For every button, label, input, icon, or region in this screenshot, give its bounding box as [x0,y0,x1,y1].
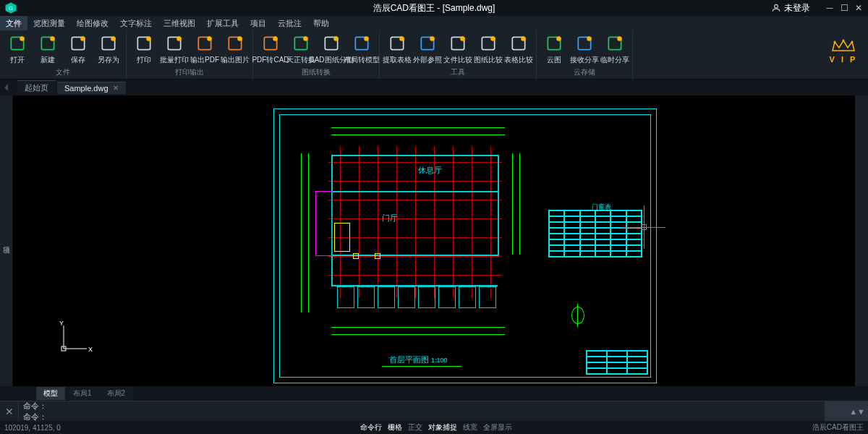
ribbon-img-button[interactable]: 输出图片 [221,32,250,67]
app-logo-icon: G [4,1,17,14]
svg-point-24 [333,36,339,41]
stair-detail [315,191,333,256]
ribbon-group-label: 文件 [3,67,123,77]
open-icon [7,33,27,54]
left-panel[interactable]: 项目 [0,95,13,386]
ribbon: 打开新建保存另存为文件打印批量打印输出PDF输出图片打印输出PDF转CAD天正转… [0,30,868,80]
close-commandline-icon[interactable]: ✕ [0,401,19,421]
north-arrow-icon [571,307,584,324]
canvas-area: 项目 休息 [0,95,868,386]
ribbon-new-button[interactable]: 新建 [33,32,62,67]
save-icon [68,33,88,54]
command-line[interactable]: ✕ 命令： 命令： ▲▼ [0,401,868,421]
tab-start-page[interactable]: 起始页 [17,80,56,95]
menu-bar: 文件览图测量绘图修改文字标注三维视图扩展工具项目云批注帮助 [0,16,868,30]
ribbon-save-button[interactable]: 保存 [64,32,93,67]
svg-point-40 [587,36,592,41]
cloud-icon [544,33,564,54]
ribbon-group-label: 工具 [383,67,533,77]
viewtab-布局2[interactable]: 布局2 [100,387,133,400]
ribbon-fcmp-button[interactable]: 文件比较 [443,32,472,67]
ribbon-dcmp-button[interactable]: 图纸比较 [474,32,503,67]
svg-point-18 [237,36,242,41]
drawing-viewport[interactable]: 休息厅 门厅 首层平面图 1:100 门窗表 YX [13,95,855,386]
ribbon-open-button[interactable]: 打开 [3,32,32,67]
window-controls: ─ ☐ ✕ [823,3,865,13]
dim-line-top2 [331,135,505,135]
split-icon [321,33,341,54]
menu-览图测量[interactable]: 览图测量 [27,16,71,30]
toggle-正交[interactable]: 正交 [408,423,422,431]
coordinates: 102019, 41125, 0 [4,424,61,432]
ribbon-exttab-button[interactable]: 提取表格 [383,32,412,67]
gridline-h [328,218,502,219]
menu-绘图修改[interactable]: 绘图修改 [71,16,114,30]
ribbon-group-工具: 提取表格外部参照文件比较图纸比较表格比较工具 [380,30,537,79]
toggle-命令行[interactable]: 命令行 [360,423,382,431]
menu-帮助[interactable]: 帮助 [307,16,335,30]
menu-文件[interactable]: 文件 [0,16,27,30]
toggle-对象捕捉[interactable]: 对象捕捉 [428,423,457,431]
command-scroll-icon[interactable]: ▲▼ [825,401,868,421]
dim-line-left [301,153,302,312]
ribbon-layout-button[interactable]: 布局转模型 [347,32,376,67]
gridline-h [328,200,502,200]
ribbon-p2c-button[interactable]: PDF转CAD [256,32,285,67]
toggle-栅格[interactable]: 栅格 [388,423,402,431]
share-icon [605,33,625,54]
tab-sample-dwg[interactable]: Sample.dwg ✕ [57,82,126,94]
toggle-线宽[interactable]: 线宽 [463,423,477,431]
menu-云批注[interactable]: 云批注 [272,16,307,30]
dim-line-top [331,127,505,128]
close-tab-icon[interactable]: ✕ [113,84,119,92]
brand-label: 浩辰CAD看图王 [812,422,864,433]
room-cell [479,286,496,308]
title-underline [382,366,461,367]
menu-文字标注[interactable]: 文字标注 [114,16,158,30]
ucs-icon: YX [56,320,93,357]
document-tabs: 起始页 Sample.dwg ✕ [0,80,868,95]
svg-point-10 [111,36,116,41]
svg-point-36 [521,36,526,41]
gridline-h [328,275,502,276]
vip-badge[interactable]: V I P [829,38,858,64]
maximize-button[interactable]: ☐ [838,3,851,13]
dim-line-left2 [308,153,309,312]
menu-扩展工具[interactable]: 扩展工具 [201,16,244,30]
room-cell [378,286,395,308]
ribbon-group-label: 云存储 [540,67,629,77]
ribbon-tcmp-button[interactable]: 表格比较 [504,32,533,67]
ribbon-pdf-button[interactable]: 输出PDF [190,32,219,67]
ribbon-xref-button[interactable]: 外部参照 [413,32,442,67]
minimize-button[interactable]: ─ [823,3,836,13]
xref-icon [417,33,438,54]
ribbon-saveas-button[interactable]: 另存为 [94,32,123,67]
title-block-grid [586,350,648,375]
tz-icon [291,33,311,54]
p2c-icon [260,33,281,54]
svg-point-38 [556,36,561,41]
menu-项目[interactable]: 项目 [244,16,272,30]
svg-point-26 [364,36,369,41]
user-status[interactable]: 未登录 [771,2,810,14]
dim-line-bot [331,327,505,328]
room-cell [459,286,476,308]
menu-三维视图[interactable]: 三维视图 [158,16,201,30]
ribbon-print-button[interactable]: 打印 [129,32,158,67]
viewtab-模型[interactable]: 模型 [36,387,65,400]
svg-text:Y: Y [59,320,64,327]
status-toggles: 命令行栅格正交对象捕捉线宽全屏显示 [357,422,515,433]
close-button[interactable]: ✕ [852,3,865,13]
ribbon-split-button[interactable]: CAD图纸分割 [317,32,346,67]
ribbon-batch-button[interactable]: 批量打印 [160,32,189,67]
toggle-全屏显示[interactable]: 全屏显示 [483,423,512,431]
ribbon-recv-button[interactable]: 接收分享 [570,32,599,67]
viewtab-布局1[interactable]: 布局1 [66,387,99,400]
svg-point-14 [176,36,182,41]
dim-line-right2 [519,153,520,255]
ribbon-share-button[interactable]: 临时分享 [600,32,629,67]
ribbon-group-文件: 打开新建保存另存为文件 [0,30,127,79]
ribbon-cloud-button[interactable]: 云图 [540,32,569,67]
right-panel [855,95,868,386]
svg-point-4 [20,36,25,41]
